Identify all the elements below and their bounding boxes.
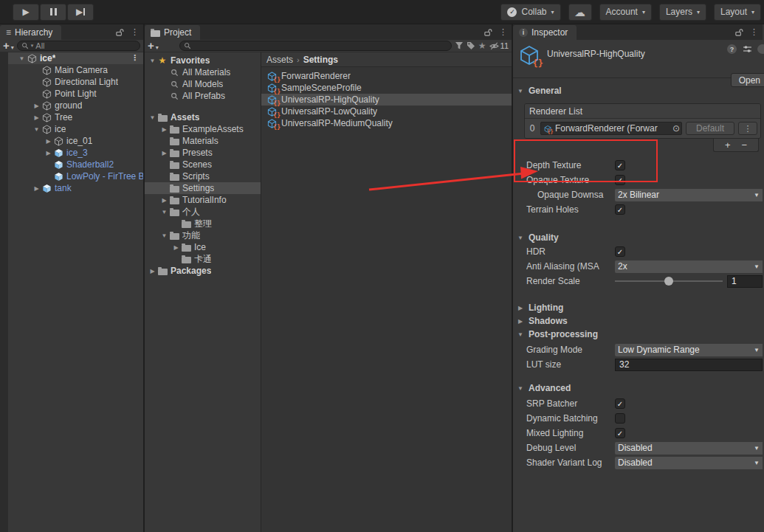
play-button[interactable]: ▶ (13, 4, 39, 21)
kebab-menu-icon[interactable]: ⋮ (750, 27, 758, 37)
kebab-menu-icon[interactable]: ⋮ (499, 27, 507, 37)
folder-row-packages[interactable]: ▶Packages (145, 265, 261, 277)
grading-mode-dropdown[interactable]: Low Dynamic Range ▼ (615, 344, 763, 356)
folder-row[interactable]: All Materials (145, 66, 261, 78)
renderer-object-field[interactable]: {} ForwardRenderer (Forwar ⊙ (540, 122, 682, 135)
foldout-icon[interactable]: ▼ (148, 114, 157, 121)
foldout-icon[interactable]: ▼ (159, 209, 169, 215)
folder-row[interactable]: ▶ExampleAssets (145, 123, 261, 135)
save-search-button[interactable]: ★ (478, 41, 486, 50)
foldout-icon[interactable]: ▶ (517, 318, 524, 325)
tab-inspector[interactable]: i Inspector (513, 25, 577, 40)
section-quality[interactable]: ▼ Quality (513, 231, 763, 244)
foldout-icon[interactable]: ▶ (44, 150, 53, 156)
depth-texture-checkbox[interactable]: ✓ (615, 160, 625, 170)
foldout-icon[interactable]: ▶ (159, 197, 169, 204)
layout-dropdown[interactable]: Layout ▾ (714, 4, 761, 21)
section-post-processing[interactable]: ▼ Post-processing (513, 328, 763, 341)
folder-row[interactable]: All Models (145, 78, 261, 90)
asset-row-selected[interactable]: {}UniversalRP-HighQuality (261, 94, 512, 106)
hierarchy-item[interactable]: ▼ice (8, 123, 143, 135)
folder-row[interactable]: Scenes (145, 159, 261, 170)
folder-row-settings[interactable]: Settings (145, 182, 261, 194)
lock-icon[interactable] (483, 28, 493, 37)
render-scale-slider[interactable] (615, 280, 723, 282)
cloud-button[interactable]: ☁ (568, 4, 592, 21)
folder-row[interactable]: ▶Ice (145, 241, 261, 253)
folder-row[interactable]: ▼功能 (145, 229, 261, 241)
foldout-icon[interactable]: ▶ (171, 244, 181, 251)
kebab-menu-icon[interactable]: ⋮ (131, 27, 139, 37)
folder-row[interactable]: 卡通 (145, 253, 261, 265)
layers-dropdown[interactable]: Layers ▾ (659, 4, 706, 21)
open-button[interactable]: Open (731, 73, 764, 87)
anti-aliasing-dropdown[interactable]: 2x ▼ (615, 260, 763, 273)
hierarchy-search-input[interactable]: ▾ All (17, 41, 140, 51)
hierarchy-item[interactable]: Main Camera (8, 64, 143, 76)
section-lighting[interactable]: ▶ Lighting (513, 301, 763, 314)
hierarchy-item[interactable]: Shaderball2 (8, 159, 143, 170)
search-by-type-button[interactable] (455, 41, 464, 50)
help-icon[interactable]: ? (727, 44, 737, 54)
mixed-lighting-checkbox[interactable]: ✓ (615, 428, 625, 438)
asset-row[interactable]: {}SampleSceneProfile (261, 82, 512, 94)
search-by-label-button[interactable] (467, 41, 475, 50)
asset-row[interactable]: {}ForwardRenderer (261, 70, 512, 82)
slider-handle[interactable] (664, 277, 673, 286)
hierarchy-item[interactable]: Point Light (8, 88, 143, 100)
folder-row-assets[interactable]: ▼Assets (145, 111, 261, 123)
foldout-icon[interactable]: ▼ (159, 232, 169, 239)
scene-row[interactable]: ▼ ice* ⋮ (8, 52, 143, 64)
lock-icon[interactable] (115, 28, 125, 37)
srp-batcher-checkbox[interactable]: ✓ (615, 398, 625, 409)
folder-row[interactable]: ▼个人 (145, 206, 261, 218)
hidden-packages-toggle[interactable]: 11 (489, 41, 509, 50)
hierarchy-item[interactable]: Directional Light (8, 76, 143, 88)
foldout-icon[interactable]: ▶ (32, 185, 41, 192)
foldout-icon[interactable]: ▶ (159, 150, 169, 156)
hierarchy-item[interactable]: ▶Tree (8, 111, 143, 123)
hierarchy-item[interactable]: ▶ground (8, 100, 143, 111)
opaque-texture-checkbox[interactable]: ✓ (615, 175, 625, 185)
foldout-icon[interactable]: ▶ (32, 114, 41, 121)
folder-row[interactable]: Materials (145, 135, 261, 147)
folder-row[interactable]: 整理 (145, 218, 261, 229)
asset-row[interactable]: {}UniversalRP-LowQuality (261, 106, 512, 117)
foldout-icon[interactable]: ▶ (44, 138, 53, 145)
object-picker-icon[interactable]: ⊙ (672, 123, 680, 134)
dynamic-batching-checkbox[interactable] (615, 413, 625, 424)
create-button[interactable]: +▾ (3, 41, 14, 51)
hierarchy-item[interactable]: ▶ice_01 (8, 135, 143, 147)
foldout-icon[interactable]: ▼ (32, 126, 41, 133)
folder-row-favorites[interactable]: ▼★Favorites (145, 55, 261, 66)
hdr-checkbox[interactable]: ✓ (615, 246, 625, 257)
foldout-icon[interactable]: ▶ (517, 305, 524, 311)
account-dropdown[interactable]: Account ▾ (599, 4, 652, 21)
tab-hierarchy[interactable]: ≡ Hierarchy (0, 25, 61, 40)
tab-project[interactable]: Project (145, 25, 200, 40)
hierarchy-item[interactable]: LowPoly - FirTree B (8, 170, 143, 182)
gear-icon[interactable] (757, 44, 764, 54)
debug-level-dropdown[interactable]: Disabled ▼ (615, 442, 763, 455)
foldout-icon[interactable]: ▼ (148, 58, 157, 64)
foldout-icon[interactable]: ▼ (517, 88, 524, 94)
foldout-icon[interactable]: ▼ (517, 331, 524, 338)
foldout-icon[interactable]: ▼ (517, 385, 524, 392)
render-scale-value[interactable]: 1 (727, 275, 763, 288)
section-advanced[interactable]: ▼ Advanced (513, 381, 763, 395)
element-menu-button[interactable]: ⋮ (738, 122, 757, 135)
foldout-icon[interactable]: ▶ (32, 103, 41, 109)
project-search-input[interactable] (179, 41, 452, 51)
asset-row[interactable]: {}UniversalRP-MediumQuality (261, 117, 512, 129)
folder-row[interactable]: ▶Presets (145, 147, 261, 159)
terrain-holes-checkbox[interactable]: ✓ (615, 204, 625, 215)
shader-variant-log-dropdown[interactable]: Disabled ▼ (615, 457, 763, 469)
hierarchy-item[interactable]: ▶tank (8, 182, 143, 194)
collab-dropdown[interactable]: ✓ Collab ▾ (500, 4, 560, 21)
section-general[interactable]: ▼ General (513, 84, 763, 97)
folder-row[interactable]: All Prefabs (145, 90, 261, 102)
foldout-icon[interactable]: ▶ (159, 126, 169, 133)
remove-element-button[interactable]: − (741, 140, 747, 150)
pause-button[interactable] (40, 4, 66, 21)
renderer-list-element[interactable]: 0 {} ForwardRenderer (Forwar ⊙ Default ⋮ (525, 119, 760, 138)
